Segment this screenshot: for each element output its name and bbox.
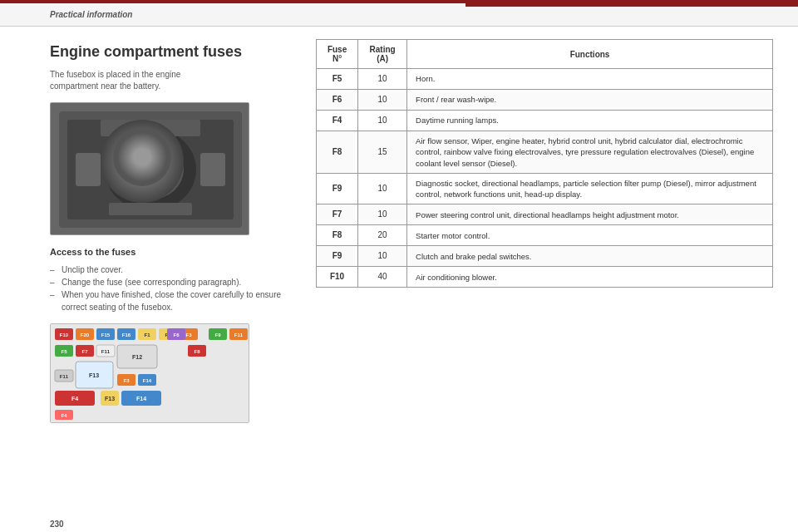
table-row: F910Clutch and brake pedal switches. — [317, 246, 773, 267]
svg-text:F11: F11 — [101, 349, 111, 354]
svg-text:F3: F3 — [185, 332, 192, 337]
fuse-number: F8 — [317, 131, 358, 174]
svg-text:F11: F11 — [234, 332, 244, 337]
fuse-number: F5 — [317, 69, 358, 90]
svg-text:F14: F14 — [136, 396, 146, 401]
page-title: Engine compartment fuses — [50, 43, 291, 61]
table-row: F710Power steering control unit, directi… — [317, 204, 773, 225]
fuse-rating: 10 — [358, 246, 407, 267]
access-step-2: Change the fuse (see corresponding parag… — [50, 276, 291, 288]
fuse-functions: Front / rear wash-wipe. — [407, 90, 773, 111]
table-row: F815Air flow sensor, Wiper, engine heate… — [317, 131, 773, 174]
fuse-diagram: F10 F20 F15 F16 F1 F2 F3 F5 F7 F11 — [50, 323, 249, 423]
svg-point-6 — [140, 161, 160, 178]
svg-point-4 — [117, 140, 184, 200]
svg-text:F13: F13 — [105, 396, 115, 401]
svg-text:F5: F5 — [61, 349, 67, 354]
page-header: Practical information — [0, 3, 798, 27]
svg-text:F4: F4 — [71, 396, 78, 401]
fuse-number: F8 — [317, 225, 358, 246]
right-panel: Fuse N° Rating (A) Functions F510Horn.F6… — [308, 27, 798, 515]
access-steps-list: Unclip the cover. Change the fuse (see c… — [50, 264, 291, 313]
svg-rect-8 — [200, 153, 225, 186]
description-line2: compartment near the battery. — [50, 81, 160, 91]
svg-text:F9: F9 — [214, 332, 221, 337]
svg-rect-10 — [109, 203, 192, 215]
svg-point-3 — [105, 128, 196, 211]
access-title: Access to the fuses — [50, 247, 291, 257]
fuse-functions: Air conditioning blower. — [407, 267, 773, 288]
engine-image — [50, 102, 249, 235]
fuse-number: F10 — [317, 267, 358, 288]
table-row: F910Diagnostic socket, directional headl… — [317, 173, 773, 204]
left-panel: Engine compartment fuses The fusebox is … — [0, 27, 308, 515]
description-line1: The fusebox is placed in the engine — [50, 70, 180, 79]
svg-text:F14: F14 — [143, 378, 152, 383]
svg-point-5 — [130, 151, 171, 188]
fuse-rating: 10 — [358, 69, 407, 90]
svg-text:F6: F6 — [173, 332, 180, 337]
table-row: F410Daytime running lamps. — [317, 111, 773, 131]
fuse-functions: Diagnostic socket, directional headlamps… — [407, 173, 773, 204]
fuse-number: F7 — [317, 204, 358, 225]
fuse-table: Fuse N° Rating (A) Functions F510Horn.F6… — [316, 39, 773, 288]
col-header-fuse: Fuse N° — [317, 40, 358, 69]
table-row: F510Horn. — [317, 69, 773, 90]
fuse-number: F6 — [317, 90, 358, 111]
svg-rect-7 — [76, 153, 101, 186]
svg-text:F13: F13 — [89, 372, 99, 378]
table-row: F1040Air conditioning blower. — [317, 267, 773, 288]
fuse-rating: 20 — [358, 225, 407, 246]
col-header-rating: Rating (A) — [358, 40, 407, 69]
fuse-rating: 10 — [358, 90, 407, 111]
main-content: Engine compartment fuses The fusebox is … — [0, 27, 798, 515]
fuse-number: F9 — [317, 246, 358, 267]
svg-text:F4: F4 — [62, 413, 67, 418]
fuse-number: F9 — [317, 173, 358, 204]
access-step-3: When you have finished, close the cover … — [50, 288, 291, 313]
fuse-functions: Power steering control unit, directional… — [407, 204, 773, 225]
svg-text:F8: F8 — [194, 349, 200, 354]
fuse-functions: Daytime running lamps. — [407, 111, 773, 131]
fuse-rating: 10 — [358, 111, 407, 131]
header-accent-bar — [466, 3, 798, 7]
svg-text:F20: F20 — [81, 332, 90, 337]
fuse-rating: 10 — [358, 173, 407, 204]
col-header-functions: Functions — [407, 40, 773, 69]
table-row: F820Starter motor control. — [317, 225, 773, 246]
fuse-functions: Air flow sensor, Wiper, engine heater, h… — [407, 131, 773, 174]
svg-text:F1: F1 — [144, 332, 150, 337]
description: The fusebox is placed in the engine comp… — [50, 69, 291, 92]
svg-text:F12: F12 — [132, 354, 142, 360]
svg-rect-9 — [101, 120, 200, 136]
fuse-functions: Starter motor control. — [407, 225, 773, 246]
page-number: 230 — [50, 520, 64, 529]
table-row: F610Front / rear wash-wipe. — [317, 90, 773, 111]
section-title: Practical information — [50, 10, 132, 19]
fuse-number: F4 — [317, 111, 358, 131]
fuse-rating: 40 — [358, 267, 407, 288]
svg-text:F11: F11 — [60, 374, 69, 379]
fuse-rating: 10 — [358, 204, 407, 225]
svg-text:F7: F7 — [81, 349, 88, 354]
access-step-1: Unclip the cover. — [50, 264, 291, 276]
fuse-rating: 15 — [358, 131, 407, 174]
fuse-functions: Horn. — [407, 69, 773, 90]
svg-text:F10: F10 — [60, 332, 69, 337]
svg-text:F16: F16 — [122, 332, 131, 337]
fuse-functions: Clutch and brake pedal switches. — [407, 246, 773, 267]
svg-text:F3: F3 — [123, 378, 130, 383]
svg-text:F15: F15 — [101, 332, 111, 337]
